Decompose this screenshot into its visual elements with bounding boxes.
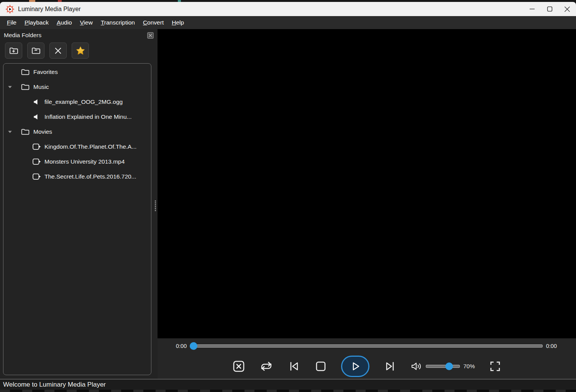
folder-toolbar xyxy=(5,43,89,59)
clear-button[interactable] xyxy=(49,43,67,59)
repeat-button[interactable] xyxy=(259,361,273,372)
app-window: Luminary Media Player File Playback Audi… xyxy=(0,0,576,392)
total-time: 0:00 xyxy=(546,343,557,349)
next-icon xyxy=(384,360,397,373)
menu-view[interactable]: View xyxy=(80,19,93,26)
volume-slider-thumb[interactable] xyxy=(445,362,453,370)
tree-item-favorites[interactable]: Favorites xyxy=(3,64,151,79)
favorite-button[interactable] xyxy=(72,43,89,59)
stop-button[interactable] xyxy=(315,360,327,372)
media-tree: Favorites Music file_example_OOG_2MG.ogg… xyxy=(3,63,151,375)
chevron-down-icon[interactable] xyxy=(7,85,13,89)
video-icon xyxy=(33,173,41,180)
video-icon xyxy=(33,158,41,165)
media-folders-panel: Media Folders xyxy=(0,29,158,379)
close-media-icon xyxy=(232,360,245,373)
app-logo-icon xyxy=(5,5,15,14)
tree-item-music[interactable]: Music xyxy=(3,79,151,94)
main-area: Media Folders xyxy=(0,29,576,379)
panel-splitter-handle[interactable] xyxy=(153,200,157,212)
audio-icon xyxy=(33,99,39,105)
repeat-icon xyxy=(259,361,273,372)
close-button[interactable] xyxy=(558,2,576,16)
player-content: 0:00 0:00 xyxy=(158,29,576,379)
elapsed-time: 0:00 xyxy=(176,343,187,349)
minimize-icon xyxy=(529,6,535,12)
tree-item-video-file[interactable]: The.Secret.Life.of.Pets.2016.720... xyxy=(3,169,151,184)
folder-icon xyxy=(21,69,30,75)
seek-track[interactable] xyxy=(190,344,543,348)
tree-item-audio-file[interactable]: Inflation Explained in One Minu... xyxy=(3,109,151,124)
remove-folder-button[interactable] xyxy=(27,43,44,59)
panel-title: Media Folders xyxy=(4,32,41,39)
maximize-icon xyxy=(547,6,553,12)
volume-slider[interactable] xyxy=(426,362,460,370)
folder-icon xyxy=(21,128,30,135)
menu-help[interactable]: Help xyxy=(172,19,184,26)
window-controls xyxy=(523,2,576,16)
star-icon xyxy=(75,46,85,56)
tree-item-video-file[interactable]: Monsters University 2013.mp4 xyxy=(3,154,151,169)
panel-header: Media Folders xyxy=(4,31,154,40)
video-icon xyxy=(33,143,41,150)
folder-minus-icon xyxy=(31,46,41,56)
menu-convert[interactable]: Convert xyxy=(143,19,164,26)
previous-button[interactable] xyxy=(287,360,300,373)
volume-track[interactable] xyxy=(426,365,460,368)
menu-playback[interactable]: Playback xyxy=(25,19,49,26)
next-button[interactable] xyxy=(384,360,397,373)
status-message: Welcome to Luminary Media Player xyxy=(3,381,106,389)
volume-percent-label: 70% xyxy=(463,363,475,369)
stop-icon xyxy=(315,360,327,372)
audio-icon xyxy=(33,114,39,120)
menu-file[interactable]: File xyxy=(7,19,16,26)
titlebar[interactable]: Luminary Media Player xyxy=(0,2,576,16)
window-title: Luminary Media Player xyxy=(18,6,81,13)
tree-item-audio-file[interactable]: file_example_OOG_2MG.ogg xyxy=(3,94,151,109)
volume-group: 70% xyxy=(411,361,475,371)
volume-icon[interactable] xyxy=(411,361,422,371)
play-button[interactable] xyxy=(341,356,369,377)
tree-item-movies[interactable]: Movies xyxy=(3,124,151,139)
previous-icon xyxy=(287,360,300,373)
seek-slider[interactable] xyxy=(190,342,543,350)
clear-icon xyxy=(53,46,63,56)
fullscreen-button[interactable] xyxy=(489,360,501,372)
statusbar: Welcome to Luminary Media Player xyxy=(0,379,576,390)
maximize-button[interactable] xyxy=(541,2,558,16)
menu-audio[interactable]: Audio xyxy=(57,19,72,26)
minimize-button[interactable] xyxy=(523,2,541,16)
menu-transcription[interactable]: Transcription xyxy=(101,19,135,26)
folder-icon xyxy=(21,84,30,90)
close-panel-icon[interactable] xyxy=(147,32,154,39)
seek-thumb[interactable] xyxy=(190,342,197,350)
folder-plus-icon xyxy=(9,46,18,56)
close-icon xyxy=(564,6,570,12)
chevron-down-icon[interactable] xyxy=(7,130,13,134)
close-media-button[interactable] xyxy=(232,360,245,373)
menubar: File Playback Audio View Transcription C… xyxy=(0,16,576,29)
video-area[interactable] xyxy=(158,29,576,338)
playback-controls: 70% xyxy=(158,353,576,379)
fullscreen-icon xyxy=(489,360,501,372)
play-icon xyxy=(350,361,361,372)
add-folder-button[interactable] xyxy=(5,43,22,59)
desktop-edge-bottom xyxy=(0,390,576,392)
seek-row: 0:00 0:00 xyxy=(158,338,576,353)
tree-item-video-file[interactable]: Kingdom.Of.The.Planet.Of.The.A... xyxy=(3,139,151,154)
